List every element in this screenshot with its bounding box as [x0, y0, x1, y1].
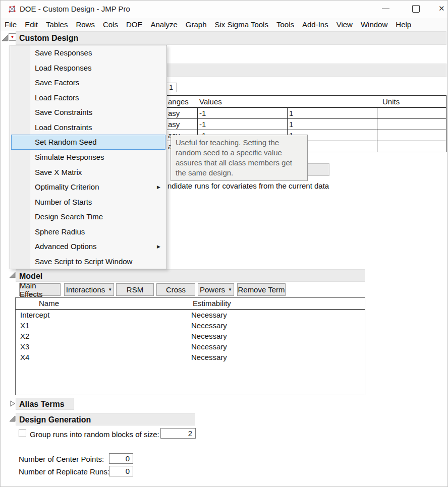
term-estimability[interactable]: Necessary — [191, 321, 227, 330]
red-triangle-icon: ▼ — [9, 34, 16, 40]
col-name: Name — [39, 299, 59, 308]
term-estimability[interactable]: Necessary — [191, 332, 227, 340]
dropdown-arrow-icon: ▼ — [228, 287, 232, 292]
replicate-runs-input[interactable]: 0 — [109, 466, 133, 476]
alias-terms-banner: Alias Terms — [16, 398, 74, 410]
term-name: X3 — [20, 342, 29, 351]
menu-doe[interactable]: DOE — [122, 18, 147, 31]
menu-six-sigma-tools[interactable]: Six Sigma Tools — [211, 18, 272, 31]
submenu-arrow-icon: ▶ — [157, 244, 160, 249]
col-estimability: Estimability — [193, 299, 231, 308]
menu-item-save-responses[interactable]: Save Responses — [11, 45, 165, 60]
minimize-icon — [382, 9, 389, 9]
center-points-label: Number of Center Points: — [19, 455, 104, 463]
interactions-button[interactable]: Interactions▼ — [64, 283, 114, 296]
red-triangle-menu-button[interactable]: ▼ — [9, 33, 16, 41]
menu-item-design-search-time[interactable]: Design Search Time — [11, 209, 165, 224]
menu-item-advanced-options[interactable]: Advanced Options▶ — [11, 239, 165, 254]
maximize-icon — [412, 5, 420, 13]
factor-value-low[interactable]: -1 — [199, 109, 206, 117]
factor-row[interactable]: asy -1 1 — [131, 108, 446, 119]
group-runs-label: Group runs into random blocks of size: — [30, 430, 159, 439]
menu-item-load-factors[interactable]: Load Factors — [11, 90, 165, 105]
custom-design-banner: Custom Design — [16, 31, 446, 45]
model-collapse-icon[interactable] — [9, 272, 16, 278]
term-name: X1 — [20, 321, 29, 330]
factor-value-high[interactable]: 1 — [289, 120, 293, 129]
model-term-row[interactable]: X4 Necessary — [16, 352, 365, 362]
term-name: Intercept — [20, 311, 49, 319]
app-icon — [8, 5, 16, 13]
term-estimability[interactable]: Necessary — [191, 342, 227, 351]
model-term-row[interactable]: X3 Necessary — [16, 341, 365, 352]
term-estimability[interactable]: Necessary — [191, 311, 227, 319]
factor-value-high[interactable]: 1 — [289, 109, 293, 117]
factors-table-header: anges Values Units — [131, 95, 446, 108]
menu-item-load-constraints[interactable]: Load Constraints — [11, 120, 165, 135]
menu-tables[interactable]: Tables — [42, 18, 72, 31]
design-generation-collapse-icon[interactable] — [9, 415, 16, 422]
custom-design-collapse-icon[interactable] — [2, 35, 8, 41]
model-banner: Model — [16, 269, 365, 282]
minimize-button[interactable] — [374, 1, 397, 18]
alias-terms-expand-icon[interactable] — [9, 400, 16, 407]
close-button[interactable]: ✕ — [431, 1, 448, 18]
close-icon: ✕ — [438, 4, 445, 13]
report-title: Custom Design — [16, 32, 446, 44]
menu-cols[interactable]: Cols — [99, 18, 122, 31]
factor-changes[interactable]: asy — [168, 109, 180, 117]
menu-item-number-of-starts[interactable]: Number of Starts — [11, 194, 165, 209]
menu-item-save-x-matrix[interactable]: Save X Matrix — [11, 164, 165, 179]
submenu-arrow-icon: ▶ — [157, 185, 160, 190]
design-generation-title: Design Generation — [16, 413, 195, 426]
alias-terms-title: Alias Terms — [16, 398, 74, 410]
model-title: Model — [16, 270, 365, 282]
tooltip: Useful for teaching. Setting the random … — [171, 135, 308, 181]
dropdown-arrow-icon: ▼ — [108, 287, 112, 292]
menu-item-sphere-radius[interactable]: Sphere Radius — [11, 224, 165, 239]
col-units: Units — [382, 97, 400, 106]
menu-item-save-constraints[interactable]: Save Constraints — [11, 105, 165, 120]
rsm-button[interactable]: RSM — [116, 283, 154, 296]
center-points-input[interactable]: 0 — [109, 453, 133, 464]
window-title: DOE - Custom Design - JMP Pro — [20, 1, 130, 18]
menu-item-save-script-to-script-window[interactable]: Save Script to Script Window — [11, 254, 165, 269]
title-bar: DOE - Custom Design - JMP Pro ✕ — [1, 1, 447, 18]
menu-edit[interactable]: Edit — [21, 18, 42, 31]
remove-term-button[interactable]: Remove Term — [237, 283, 286, 296]
factor-row[interactable]: asy -1 1 — [131, 119, 446, 130]
menu-file[interactable]: File — [1, 18, 21, 31]
menu-view[interactable]: View — [332, 18, 357, 31]
design-generation-banner: Design Generation — [16, 413, 195, 425]
powers-button[interactable]: Powers▼ — [198, 283, 234, 296]
model-table-header: Name Estimability — [16, 298, 365, 310]
jmp-window: DOE - Custom Design - JMP Pro ✕ File Edi… — [0, 0, 448, 487]
model-term-row[interactable]: X1 Necessary — [16, 320, 365, 331]
menu-item-simulate-responses[interactable]: Simulate Responses — [11, 150, 165, 165]
menu-analyze[interactable]: Analyze — [146, 18, 181, 31]
main-effects-button[interactable]: Main Effects — [19, 283, 61, 296]
factor-changes[interactable]: asy — [168, 120, 180, 129]
cross-button[interactable]: Cross — [156, 283, 195, 296]
term-estimability[interactable]: Necessary — [191, 353, 227, 361]
menu-add-ins[interactable]: Add-Ins — [298, 18, 332, 31]
model-terms-table: Name Estimability Intercept Necessary X1… — [15, 297, 365, 395]
group-runs-checkbox[interactable] — [19, 430, 26, 437]
menu-bar: File Edit Tables Rows Cols DOE Analyze G… — [1, 18, 447, 31]
menu-help[interactable]: Help — [391, 18, 415, 31]
menu-item-load-responses[interactable]: Load Responses — [11, 60, 165, 76]
factor-value-low[interactable]: -1 — [199, 120, 206, 129]
model-term-row[interactable]: X2 Necessary — [16, 331, 365, 341]
col-changes: anges — [168, 97, 189, 106]
block-size-input[interactable]: 2 — [160, 428, 196, 439]
menu-item-optimality-criterion[interactable]: Optimality Criterion▶ — [11, 179, 165, 195]
menu-item-set-random-seed[interactable]: Set Random Seed — [11, 135, 165, 150]
model-term-row[interactable]: Intercept Necessary — [16, 310, 365, 320]
maximize-button[interactable] — [404, 1, 427, 18]
menu-graph[interactable]: Graph — [182, 18, 211, 31]
covariate-note: ndidate runs for covariates from the cur… — [167, 181, 329, 190]
menu-rows[interactable]: Rows — [72, 18, 99, 31]
menu-item-save-factors[interactable]: Save Factors — [11, 75, 165, 90]
menu-tools[interactable]: Tools — [272, 18, 298, 31]
menu-window[interactable]: Window — [357, 18, 391, 31]
